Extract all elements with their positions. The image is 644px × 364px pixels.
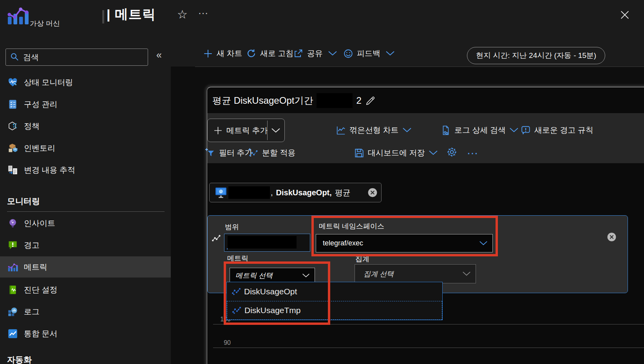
sidebar-item-policy[interactable]: 정책 <box>0 115 171 137</box>
scope-input[interactable]: , <box>224 234 310 252</box>
time-range-picker[interactable]: 현지 시간: 지난 24시간 (자동 - 15분) <box>467 47 605 64</box>
sidebar-item-label: 상태 모니터링 <box>24 77 73 88</box>
metric-scatter-icon <box>232 306 241 314</box>
sidebar-item-label: 경고 <box>24 240 40 250</box>
aggregation-placeholder: 집계 선택 <box>364 269 394 279</box>
resource-menu-sidebar: « 상태 모니터링 구성 관리 정책 인벤토리 변경 내용 추적 <box>0 39 171 364</box>
chevron-down-icon <box>302 273 310 278</box>
toolbar-more-icon[interactable]: … <box>467 144 478 157</box>
feedback-label: 피드백 <box>357 48 380 59</box>
smiley-icon <box>343 49 353 59</box>
pill-aggregation: 평균 <box>335 187 351 198</box>
sidebar-item-alerts[interactable]: 경고 <box>0 234 171 256</box>
share-label: 공유 <box>307 48 323 59</box>
aggregation-select[interactable]: 집계 선택 <box>355 264 476 283</box>
sidebar-collapse-icon[interactable]: « <box>156 49 162 61</box>
apply-splitting-button[interactable]: 분할 적용 <box>248 148 296 158</box>
share-icon <box>293 48 304 59</box>
search-input[interactable] <box>22 49 141 65</box>
chevron-down-icon <box>509 127 519 133</box>
chart-type-label: 꺾은선형 차트 <box>349 125 399 135</box>
metric-chart-panel: 평균 DiskUsageOpt기간 2 메트릭 추가 꺾은선형 차트 <box>207 87 644 364</box>
new-alert-rule-label: 새로운 경고 규칙 <box>534 125 593 135</box>
add-filter-label: 필터 추가 <box>219 148 253 158</box>
chevron-down-icon[interactable] <box>271 128 280 133</box>
metric-label: 메트릭 <box>227 254 248 263</box>
metric-select[interactable]: 메트릭 선택 <box>230 268 315 283</box>
metric-pill[interactable]: , DiskUsageOpt, 평균 <box>209 183 382 202</box>
diagnostic-settings-icon <box>7 285 18 295</box>
add-filter-button[interactable]: 필터 추가 <box>205 148 253 158</box>
sidebar-item-diagnostic-settings[interactable]: 진단 설정 <box>0 279 171 300</box>
sidebar-item-metrics[interactable]: 메트릭 <box>0 256 171 278</box>
chart-type-button[interactable]: 꺾은선형 차트 <box>336 125 412 135</box>
inventory-icon <box>7 143 18 153</box>
page-header: 가상 머신 | 메트릭 ☆ … <box>0 0 644 39</box>
settings-gear-icon[interactable] <box>446 146 458 158</box>
title-redaction <box>102 10 104 23</box>
sidebar-section-automation: 자동화 <box>7 354 32 364</box>
feedback-button[interactable]: 피드백 <box>343 48 395 59</box>
metrics-logo-icon <box>6 5 29 26</box>
remove-editor-row-icon[interactable] <box>607 232 617 242</box>
metric-option-diskusageopt[interactable]: DiskUsageOpt <box>227 282 442 301</box>
scope-sparkline-icon <box>212 234 222 243</box>
resource-name-redaction <box>228 186 270 199</box>
filter-plus-icon <box>205 148 215 158</box>
edit-pencil-icon[interactable] <box>365 96 376 106</box>
page-title: | 메트릭 <box>107 5 156 23</box>
pill-metric-name: DiskUsageOpt, <box>276 188 332 197</box>
sidebar-item-inventory[interactable]: 인벤토리 <box>0 137 171 159</box>
share-button[interactable]: 공유 <box>293 48 337 59</box>
metric-option-diskusagetmp[interactable]: DiskUsageTmp <box>227 301 442 320</box>
sidebar-item-configuration-management[interactable]: 구성 관리 <box>0 94 171 115</box>
sidebar-item-change-tracking[interactable]: 변경 내용 추적 <box>0 159 171 180</box>
change-tracking-icon <box>7 165 18 175</box>
sidebar-item-label: 인벤토리 <box>24 143 55 153</box>
sidebar-item-workbooks[interactable]: 통합 문서 <box>0 323 171 344</box>
close-icon[interactable] <box>619 9 630 20</box>
aggregation-label: 집계 <box>355 254 369 264</box>
virtual-machine-icon <box>215 187 227 198</box>
alert-rule-icon <box>521 125 531 135</box>
sidebar-item-logs[interactable]: 로그 <box>0 301 171 322</box>
metric-dropdown-flyout: DiskUsageOpt DiskUsageTmp <box>226 282 443 320</box>
chart-toolbar-band: 메트릭 추가 꺾은선형 차트 로그 상세 검색 새로운 경고 규칙 필터 추 <box>207 113 644 163</box>
apply-splitting-label: 분할 적용 <box>262 148 296 158</box>
gridline-90 <box>213 348 644 348</box>
more-options-icon[interactable]: … <box>198 5 208 16</box>
split-divider <box>267 121 268 140</box>
logs-icon <box>7 306 18 317</box>
sidebar-item-label: 로그 <box>24 306 40 317</box>
remove-metric-icon[interactable] <box>367 187 378 198</box>
save-to-dashboard-label: 대시보드에 저장 <box>368 148 425 158</box>
new-chart-button[interactable]: 새 차트 <box>203 48 242 59</box>
search-icon <box>10 52 19 61</box>
metric-scatter-icon <box>232 288 241 296</box>
insights-icon <box>7 218 18 229</box>
metric-namespace-select[interactable]: telegraf/exec <box>316 234 493 252</box>
workbooks-icon <box>7 328 18 339</box>
add-metric-split-button[interactable]: 메트릭 추가 <box>207 119 285 142</box>
azure-portal-metrics-page: 가상 머신 | 메트릭 ☆ … « 상태 모니터링 구성 관리 <box>0 0 644 364</box>
save-to-dashboard-button[interactable]: 대시보드에 저장 <box>354 148 438 158</box>
refresh-button[interactable]: 새로 고침 <box>246 48 294 59</box>
toolbar-divider <box>195 67 644 67</box>
sidebar-search[interactable] <box>5 49 148 66</box>
sidebar-item-label: 구성 관리 <box>24 99 58 110</box>
favorite-star-icon[interactable]: ☆ <box>177 9 188 20</box>
scope-label: 범위 <box>225 222 239 232</box>
chevron-down-icon <box>402 127 412 133</box>
metric-namespace-label: 메트릭 네임스페이스 <box>319 222 384 231</box>
new-alert-rule-button[interactable]: 새로운 경고 규칙 <box>521 125 593 135</box>
sidebar-item-health-monitoring[interactable]: 상태 모니터링 <box>0 72 171 93</box>
chart-title: 평균 DiskUsageOpt기간 <box>212 94 313 107</box>
drill-into-logs-label: 로그 상세 검색 <box>454 125 506 135</box>
drill-into-logs-button[interactable]: 로그 상세 검색 <box>441 125 519 135</box>
gridline-100 <box>213 324 644 324</box>
split-scatter-plus-icon <box>248 148 259 158</box>
sidebar-item-insights[interactable]: 인사이트 <box>0 213 171 234</box>
time-range-label: 현지 시간: 지난 24시간 (자동 - 15분) <box>476 50 596 61</box>
metric-option-label: DiskUsageTmp <box>244 306 301 315</box>
line-chart-icon <box>336 125 346 135</box>
